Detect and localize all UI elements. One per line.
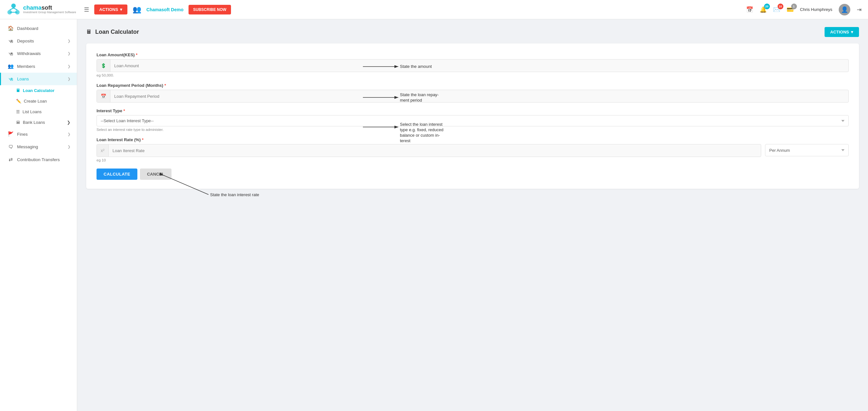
interest-type-group: Interest Type * --Select Loan Interest T… (96, 108, 849, 131)
interest-rate-label: Loan Interest Rate (%) * (96, 137, 849, 142)
chevron-right-icon: ❯ (68, 52, 70, 56)
money-icon: 💲 (97, 60, 110, 72)
sidebar-item-loans[interactable]: 🖲 Loans ❯ (0, 73, 77, 85)
page-actions-button[interactable]: ACTIONS (825, 27, 859, 37)
avatar[interactable]: 👤 (839, 4, 850, 15)
loans-icon: 🖲 (7, 76, 14, 82)
sidebar-item-label: Contribution Transfers (17, 157, 70, 162)
logo-icon (6, 3, 21, 17)
sidebar-item-deposits[interactable]: 🖲 Deposits ❯ (0, 35, 77, 47)
interest-type-label: Interest Type * (96, 108, 849, 113)
withdrawals-icon: 🖲 (7, 51, 14, 56)
rate-input-inner-wrap: x² (96, 144, 761, 157)
notifications-icon-wrap[interactable]: 🔔 20 (760, 6, 767, 13)
chevron-right-icon: ❯ (68, 39, 70, 43)
deposits-icon: 🖲 (7, 38, 14, 44)
transfers-icon: ⇄ (7, 157, 14, 162)
chevron-right-icon: ❯ (68, 64, 70, 68)
per-annum-select[interactable]: Per Annum Per Month (765, 144, 849, 156)
sidebar-item-label: Messaging (17, 145, 64, 149)
loan-calculator-card: Loan Amount(KES) * 💲 eg 50,000. Loan Rep… (86, 43, 859, 189)
interest-rate-annotation-text: State the loan interest rate (210, 192, 259, 197)
bank-icon: 🏛 (16, 120, 20, 125)
sidebar-item-label: Dashboard (17, 26, 70, 31)
svg-line-4 (13, 8, 18, 10)
logo-subtitle: Investment Group Management Software (23, 11, 76, 14)
rate-select-wrap: Per Annum Per Month (765, 144, 849, 156)
sidebar: 🏠 Dashboard 🖲 Deposits ❯ 🖲 Withdrawals ❯… (0, 19, 77, 411)
chevron-right-icon: ❯ (68, 77, 70, 81)
calculate-button[interactable]: CALCULATE (96, 168, 137, 180)
calendar-icon-wrap[interactable]: 📅 (746, 6, 753, 13)
sidebar-item-dashboard[interactable]: 🏠 Dashboard (0, 22, 77, 35)
interest-type-hint: Select an interest rate type to administ… (96, 128, 849, 131)
cancel-button[interactable]: CANCEL (140, 168, 172, 180)
interest-type-select[interactable]: --Select Loan Interest Type-- Fixed Redu… (96, 115, 849, 126)
user-name: Chris Humphreys (800, 7, 832, 12)
topnav-actions-button[interactable]: ACTIONS (94, 4, 128, 14)
logo-name: chamasoft (23, 5, 76, 11)
chevron-right-icon: ❯ (68, 132, 70, 136)
messages-badge: 10 (778, 4, 783, 9)
members-icon: 👥 (7, 63, 14, 69)
calendar-icon: 📅 (746, 6, 753, 13)
rate-row: x² Per Annum Per Month (96, 144, 849, 157)
topnav: chamasoft Investment Group Management So… (0, 0, 868, 19)
calendar-input-icon: 📅 (97, 90, 110, 102)
required-marker: * (136, 53, 137, 57)
sidebar-subitem-list-loans[interactable]: ☰ List Loans (0, 106, 77, 117)
page-title-area: 🖩 Loan Calculator (86, 29, 139, 35)
interest-rate-input[interactable] (109, 146, 761, 156)
loan-amount-input[interactable] (110, 61, 848, 71)
main-content: 🖩 Loan Calculator ACTIONS Loan Amount(KE… (77, 19, 868, 411)
repayment-label: Loan Repayment Period (Months) * (96, 83, 849, 88)
calculator-icon: 🖩 (16, 88, 20, 93)
exponent-icon: x² (97, 145, 109, 157)
loan-amount-label: Loan Amount(KES) * (96, 53, 849, 57)
sidebar-item-messaging[interactable]: 🗨 Messaging ❯ (0, 140, 77, 153)
sidebar-subitem-bank-loans[interactable]: 🏛 Bank Loans ❯ (0, 117, 77, 128)
chevron-right-icon: ❯ (68, 145, 70, 149)
sidebar-item-label: Withdrawals (17, 51, 64, 56)
wallet-badge: 1 (791, 4, 797, 9)
group-name[interactable]: Chamasoft Demo (146, 7, 183, 12)
repayment-input-wrap: 📅 (96, 90, 849, 103)
sidebar-subitem-label: Create Loan (24, 99, 47, 103)
loan-amount-hint: eg 50,000. (96, 73, 849, 77)
sidebar-subitem-loan-calculator[interactable]: 🖩 Loan Calculator (0, 85, 77, 96)
loan-amount-group: Loan Amount(KES) * 💲 eg 50,000. (96, 53, 849, 77)
subscribe-button[interactable]: SUBSCRIBE NOW (189, 5, 231, 14)
sidebar-item-fines[interactable]: 🚩 Fines ❯ (0, 128, 77, 140)
card-wrapper: Loan Amount(KES) * 💲 eg 50,000. Loan Rep… (86, 43, 859, 189)
calculator-title-icon: 🖩 (86, 29, 92, 35)
layout: 🏠 Dashboard 🖲 Deposits ❯ 🖲 Withdrawals ❯… (0, 19, 868, 411)
wallet-icon-wrap[interactable]: 💳 1 (786, 6, 794, 13)
rate-input-wrap: x² (96, 144, 761, 157)
logout-icon[interactable]: ⇥ (857, 6, 862, 13)
interest-rate-group: Loan Interest Rate (%) * x² Per Annum (96, 137, 849, 162)
messages-icon-wrap[interactable]: ✉️ 10 (773, 6, 780, 13)
sidebar-item-label: Members (17, 64, 64, 69)
list-icon: ☰ (16, 109, 20, 114)
chevron-right-icon: ❯ (67, 120, 70, 125)
sidebar-item-withdrawals[interactable]: 🖲 Withdrawals ❯ (0, 47, 77, 60)
sidebar-subitem-create-loan[interactable]: ✏️ Create Loan (0, 96, 77, 106)
interest-rate-hint: eg 10 (96, 158, 849, 162)
logo: chamasoft Investment Group Management So… (6, 3, 76, 17)
pencil-icon: ✏️ (16, 99, 21, 103)
required-marker: * (142, 137, 144, 142)
required-marker: * (124, 108, 125, 113)
sidebar-item-members[interactable]: 👥 Members ❯ (0, 60, 77, 73)
sidebar-item-contribution-transfers[interactable]: ⇄ Contribution Transfers (0, 153, 77, 166)
group-icon: 👥 (132, 5, 141, 14)
repayment-period-input[interactable] (110, 91, 848, 101)
sidebar-subitem-label: Bank Loans (23, 120, 45, 125)
messaging-icon: 🗨 (7, 144, 14, 150)
svg-line-3 (10, 8, 13, 10)
loans-submenu: 🖩 Loan Calculator ✏️ Create Loan ☰ List … (0, 85, 77, 128)
svg-point-0 (11, 4, 16, 8)
hamburger-icon[interactable]: ☰ (84, 6, 89, 13)
loan-amount-input-wrap: 💲 (96, 59, 849, 72)
sidebar-item-label: Loans (17, 76, 64, 82)
required-marker: * (164, 83, 166, 88)
